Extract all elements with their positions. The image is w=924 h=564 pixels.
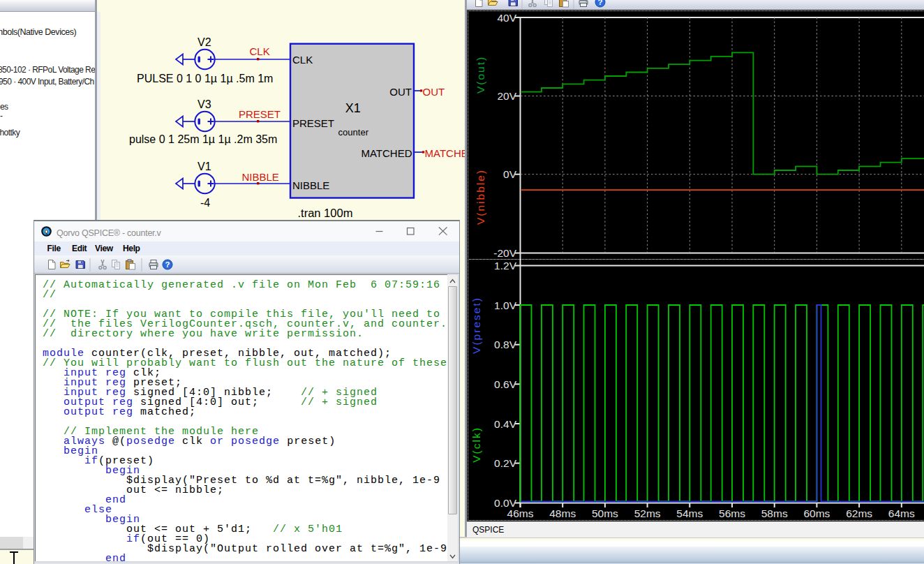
- svg-text:1.2V: 1.2V: [494, 260, 517, 272]
- svg-text:20V: 20V: [497, 90, 516, 102]
- svg-text:PULSE 0 1 0 1µ 1µ .5m 1m: PULSE 0 1 0 1µ 1µ .5m 1m: [137, 73, 273, 84]
- svg-text:48ms: 48ms: [549, 507, 576, 519]
- svg-text:counter: counter: [338, 127, 369, 138]
- svg-text:Q: Q: [45, 228, 49, 235]
- svg-text:52ms: 52ms: [634, 507, 661, 519]
- svg-text:40V: 40V: [497, 12, 516, 24]
- svg-text:V1: V1: [198, 161, 211, 172]
- svg-text:OUT: OUT: [389, 86, 412, 98]
- svg-text:V(clk): V(clk): [470, 426, 482, 463]
- svg-text:pulse 0 1 25m 1µ 1µ .2m 35m: pulse 0 1 25m 1µ 1µ .2m 35m: [129, 133, 277, 145]
- svg-text:64ms: 64ms: [888, 507, 915, 519]
- svg-text:PRESET: PRESET: [239, 108, 281, 120]
- svg-text:1.0V: 1.0V: [494, 299, 517, 311]
- svg-text:54ms: 54ms: [676, 507, 703, 519]
- svg-text:62ms: 62ms: [846, 507, 872, 519]
- svg-text:0.8V: 0.8V: [494, 339, 517, 350]
- svg-text:OUT: OUT: [423, 86, 445, 98]
- svg-text:V(preset): V(preset): [470, 297, 482, 354]
- svg-text:V(nibble): V(nibble): [475, 169, 486, 225]
- svg-text:NIBBLE: NIBBLE: [242, 171, 279, 183]
- svg-text:MATCHED: MATCHED: [425, 147, 467, 159]
- svg-text:56ms: 56ms: [719, 507, 745, 519]
- svg-text:0.2V: 0.2V: [494, 457, 517, 469]
- svg-text:MATCHED: MATCHED: [361, 147, 412, 159]
- svg-text:CLK: CLK: [292, 54, 313, 66]
- svg-text:CLK: CLK: [250, 45, 270, 57]
- svg-text:46ms: 46ms: [507, 507, 534, 519]
- svg-text:0.4V: 0.4V: [494, 418, 517, 430]
- svg-text:60ms: 60ms: [803, 507, 830, 519]
- svg-text:58ms: 58ms: [761, 507, 788, 519]
- svg-text:-20V: -20V: [493, 247, 516, 259]
- svg-text:0V: 0V: [503, 168, 517, 180]
- svg-text:-4: -4: [200, 197, 210, 209]
- svg-text:0.6V: 0.6V: [494, 378, 517, 390]
- svg-text:NIBBLE: NIBBLE: [292, 179, 329, 191]
- svg-text:50ms: 50ms: [592, 507, 618, 519]
- svg-text:V3: V3: [198, 98, 211, 110]
- svg-text:.tran 100m: .tran 100m: [298, 207, 353, 219]
- svg-text:PRESET: PRESET: [292, 117, 334, 129]
- svg-text:V(out): V(out): [475, 56, 486, 94]
- svg-text:X1: X1: [345, 101, 361, 115]
- svg-text:V2: V2: [198, 36, 211, 48]
